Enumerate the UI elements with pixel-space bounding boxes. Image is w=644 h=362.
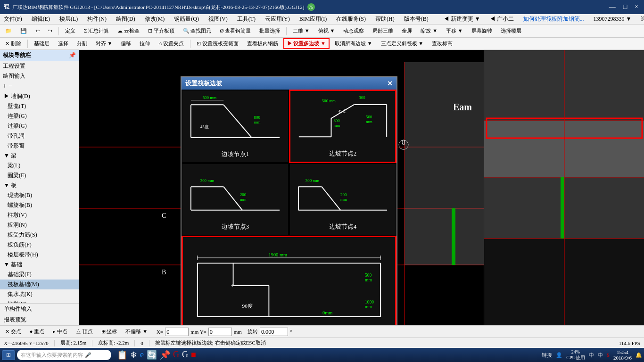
nav-remove-btn[interactable]: − [8, 82, 12, 90]
menu-version[interactable]: 版本号(B) [402, 14, 430, 24]
tb-set-slope[interactable]: ▶ 设置多边坡 ▼ [283, 38, 330, 49]
menu-help-tips[interactable]: 如何处理筏板附加钢筋... [521, 14, 586, 24]
nav-connecting-beam[interactable]: 连梁(G) [0, 111, 79, 121]
maximize-button[interactable]: □ [621, 3, 629, 11]
taskbar-app-4[interactable]: 🔄 [147, 350, 157, 360]
snap-coord[interactable]: ⊞ 坐标 [98, 327, 121, 337]
tb-split[interactable]: 分割 [74, 39, 91, 49]
tb-view-inner[interactable]: 查看板内钢筋 [244, 39, 281, 49]
nav-raft[interactable]: 筏板基础(M) [0, 280, 79, 289]
nav-col-cap2[interactable]: 柱墩(Y) [0, 299, 79, 303]
menu-online[interactable]: 在线服务(S) [334, 14, 368, 24]
nav-lintel[interactable]: 过梁(G) [0, 121, 79, 131]
menu-view[interactable]: 视图(V) [206, 14, 230, 24]
nav-drawing-input[interactable]: 绘图输入 [0, 71, 79, 81]
nav-wall-hole[interactable]: ▶ 墙洞(D) [0, 91, 79, 101]
tb-align[interactable]: 对齐 ▼ [92, 39, 116, 49]
menu-new-change[interactable]: ◀ 新建变更 ▼ [442, 14, 482, 24]
dialog-close-button[interactable]: ✕ [387, 80, 393, 88]
tb-offset[interactable]: 偏移 [117, 39, 134, 49]
node-cell-1[interactable]: 500 mm 800 mm 45度 边坡节点1 [182, 90, 289, 163]
menu-modify[interactable]: 修改(M) [143, 14, 167, 24]
menu-guangxiao[interactable]: ◀ 广小二 [488, 14, 516, 24]
menu-bim[interactable]: BIM应用(I) [297, 14, 329, 24]
menu-edit[interactable]: 编辑(E) [30, 14, 52, 24]
nav-foundation-beam[interactable]: 基础梁(F) [0, 270, 79, 280]
menu-file[interactable]: 文件(F) [2, 14, 24, 24]
nav-single-input[interactable]: 单构件输入 [0, 304, 79, 314]
snap-vertex[interactable]: △ 顶点 [73, 327, 96, 337]
menu-component[interactable]: 构件(N) [85, 14, 108, 24]
tb-redo[interactable]: ↪ [45, 26, 56, 35]
tb-open[interactable]: 📁 [2, 26, 15, 35]
taskbar-app-8[interactable]: ■ [191, 350, 196, 360]
tb-cancel-slope[interactable]: 取消所有边坡 ▼ [331, 39, 376, 49]
tb-rotate[interactable]: 屏幕旋转 [468, 26, 495, 36]
tb-select[interactable]: 选择 [55, 39, 72, 49]
menu-phone[interactable]: 13907298339 ▼ [592, 15, 634, 24]
node-cell-3[interactable]: 300 mm 200 mm 边坡节点3 [182, 163, 289, 236]
tb-calc[interactable]: Σ 汇总计算 [81, 26, 112, 36]
taskbar-app-5[interactable]: 📌 [160, 350, 170, 360]
taskbar-notification[interactable]: 🔔 [636, 352, 642, 358]
snap-midpoint[interactable]: ● 重点 [26, 327, 48, 337]
no-offset[interactable]: 不偏移 ▼ [122, 327, 151, 337]
menu-price[interactable]: 造价豆:0 [639, 14, 644, 24]
tb-local-3d[interactable]: 局部三维 [369, 26, 396, 36]
nav-pin[interactable]: 📌 [69, 52, 76, 59]
node-cell-large[interactable]: 1900 mm 500 mm 1000 mm 0mm [182, 236, 396, 325]
node-cell-4[interactable]: 300 mm 200 mm 边坡节点4 [289, 163, 396, 236]
tb-cloud-check[interactable]: ☁ 云检查 [114, 26, 143, 36]
nav-neg-rebar[interactable]: 板负筋(F) [0, 240, 79, 250]
tb-2d[interactable]: 二维 ▼ [289, 26, 313, 36]
nav-col-cap[interactable]: 柱墩(V) [0, 210, 79, 220]
nav-slab-hole[interactable]: 板洞(N) [0, 220, 79, 230]
menu-help[interactable]: 帮助(H) [373, 14, 396, 24]
tb-save[interactable]: 💾 [17, 26, 30, 35]
taskbar-app-2[interactable]: ❄ [130, 350, 137, 360]
taskbar-search[interactable]: 在这里输入你要搜索的内容 🎤 [17, 350, 111, 360]
nav-beam[interactable]: 梁(L) [0, 161, 79, 171]
nav-spiral-slab[interactable]: 螺旋板(B) [0, 200, 79, 210]
x-input[interactable] [165, 328, 189, 336]
nav-sump[interactable]: 集水坑(K) [0, 289, 79, 299]
menu-cloud[interactable]: 云应用(Y) [263, 14, 292, 24]
nav-slab-group[interactable]: ▼ 板 [0, 181, 79, 190]
nav-foundation-group[interactable]: ▼ 基础 [0, 260, 79, 270]
tb-define[interactable]: 定义 [62, 26, 79, 36]
minimize-button[interactable]: — [607, 3, 618, 11]
nav-add-btn[interactable]: + [3, 82, 7, 90]
nav-with-hole[interactable]: 带孔洞 [0, 131, 79, 141]
snap-intersection[interactable]: ✕ 交点 [2, 327, 25, 337]
rotate-input[interactable] [260, 328, 288, 336]
taskbar-app-7[interactable]: G [182, 350, 188, 360]
snap-center[interactable]: ▸ 中点 [50, 327, 71, 337]
menu-tools[interactable]: 工具(T) [235, 14, 257, 24]
menu-draw[interactable]: 绘图(D) [114, 14, 137, 24]
nav-niche[interactable]: 壁龛(T) [0, 101, 79, 111]
nav-strip-window[interactable]: 带形窗 [0, 141, 79, 151]
tb-find[interactable]: 🔍 查找图元 [180, 26, 215, 36]
nav-slab-rebar[interactable]: 板受力筋(S) [0, 230, 79, 240]
tb-edit-height[interactable]: 查改标高 [429, 39, 456, 49]
tb-undo[interactable]: ↩ [32, 26, 43, 35]
tb-zoom[interactable]: 缩放 ▼ [417, 26, 441, 36]
tb-dynamic[interactable]: 动态观察 [340, 26, 367, 36]
tb-stretch[interactable]: 拉伸 [136, 39, 153, 49]
close-button[interactable]: × [633, 3, 640, 11]
tb-top-view[interactable]: 俯视 ▼ [315, 26, 339, 36]
tb-floor-select[interactable]: 选择楼层 [497, 26, 525, 36]
nav-floor-band[interactable]: 楼层板带(H) [0, 250, 79, 260]
tb-3point-slope[interactable]: 三点定义斜筏板 ▼ [378, 39, 427, 49]
nav-project-settings[interactable]: 工程设置 [0, 61, 79, 71]
taskbar-app-6[interactable]: G [173, 350, 179, 360]
nav-cast-slab[interactable]: 现浇板(B) [0, 190, 79, 200]
menu-rebar[interactable]: 钢筋量(Q) [172, 14, 201, 24]
menu-floor[interactable]: 楼层(L) [58, 14, 80, 24]
nav-ring-beam[interactable]: 圈梁(E) [0, 171, 79, 181]
tb-set-section[interactable]: ⊡ 设置筏板变截面 [193, 39, 242, 49]
tb-fullscreen[interactable]: 全屏 [398, 26, 415, 36]
tb-grip[interactable]: ⌂ 设置夹点 [155, 39, 187, 49]
tb-pan[interactable]: 平移 ▼ [443, 26, 466, 36]
y-input[interactable] [208, 328, 232, 336]
